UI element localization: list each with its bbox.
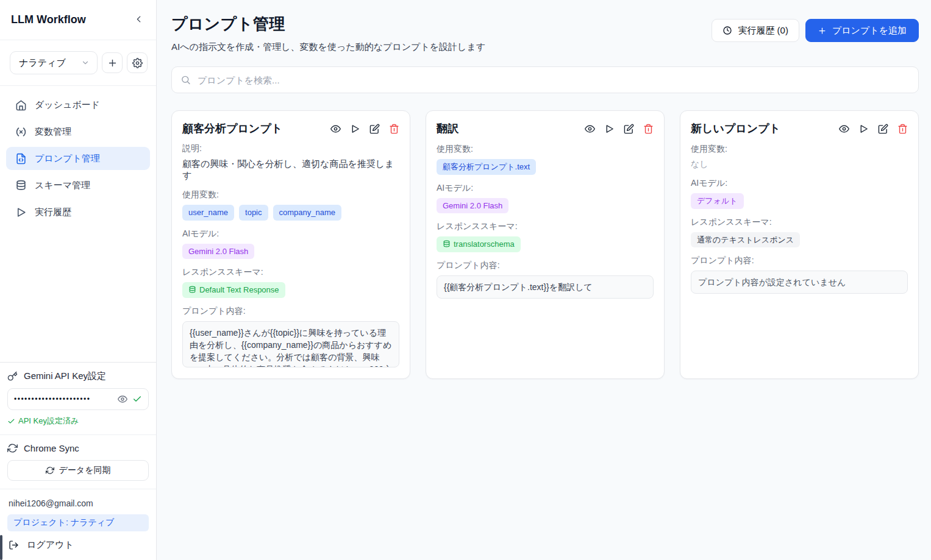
sidebar-item-history[interactable]: 実行履歴 [6,200,150,224]
model-badge: デフォルト [691,193,744,209]
sidebar-item-dashboard[interactable]: ダッシュボード [6,93,150,116]
plus-icon [818,26,827,35]
card-actions [330,124,399,134]
sidebar: LLM Workflow ナラティブ ダッシュボード [0,0,157,560]
description-label: 説明: [182,143,399,154]
play-icon [858,124,869,134]
page-title: プロンプト管理 [171,13,485,35]
play-icon [15,207,27,218]
sidebar-item-label: ダッシュボード [35,99,100,111]
play-icon [350,124,360,134]
page-header-text: プロンプト管理 AIへの指示文を作成・管理し、変数を使った動的なプロンプトを設計… [171,13,485,53]
add-prompt-button[interactable]: プロンプトを追加 [805,19,919,42]
search-bar [171,66,919,93]
play-icon [604,124,615,134]
model-label: AIモデル: [182,229,399,239]
view-prompt-button[interactable] [585,124,595,134]
variable-badge: company_name [273,205,342,221]
scrollbar-thumb[interactable] [0,535,2,560]
database-icon [443,240,451,248]
eye-icon [839,124,849,134]
run-prompt-button[interactable] [350,124,360,134]
logout-button[interactable]: ログアウト [7,538,149,552]
description-text: 顧客の興味・関心を分析し、適切な商品を推奨します [182,158,399,182]
sidebar-item-variables[interactable]: 変数管理 [6,120,150,143]
home-icon [15,99,27,111]
app-root: LLM Workflow ナラティブ ダッシュボード [0,0,931,560]
account-section: nihei1206@gmail.com プロジェクト: ナラティブ ログアウト [0,489,156,560]
database-icon [15,180,27,191]
edit-prompt-button[interactable] [878,124,888,134]
main-content: プロンプト管理 AIへの指示文を作成・管理し、変数を使った動的なプロンプトを設計… [157,0,931,560]
search-icon [180,75,191,85]
run-prompt-button[interactable] [604,124,615,134]
schema-label: レスポンススキーマ: [691,217,908,228]
add-project-button[interactable] [102,52,123,73]
prompt-content-box: {{user_name}}さんが{{topic}}に興味を持っている理由を分析し… [182,321,399,367]
view-prompt-button[interactable] [839,124,849,134]
sidebar-item-schemas[interactable]: スキーマ管理 [6,174,150,197]
gear-icon [132,58,143,68]
model-row: デフォルト [691,193,908,209]
refresh-icon [7,443,18,453]
app-title: LLM Workflow [11,13,86,26]
edit-prompt-button[interactable] [624,124,634,134]
page-subtitle: AIへの指示文を作成・管理し、変数を使った動的なプロンプトを設計します [171,41,485,53]
eye-icon[interactable] [118,394,127,404]
chevron-left-icon [135,15,144,24]
variable-icon [15,126,27,138]
history-button[interactable]: 実行履歴 (0) [712,19,799,42]
database-icon [188,286,196,294]
key-icon [7,371,18,381]
account-email: nihei1206@gmail.com [7,497,149,508]
edit-prompt-button[interactable] [369,124,380,134]
model-label: AIモデル: [691,178,908,189]
search-input[interactable] [171,66,919,93]
sidebar-item-prompts[interactable]: プロンプト管理 [6,147,150,170]
api-key-status: API Key設定済み [7,416,149,427]
schema-badge: translatorschema [437,236,521,252]
api-key-heading: Gemini API Key設定 [7,370,149,382]
prompt-doc-icon [15,153,27,165]
prompt-card: 翻訳 使用変数: 顧客分析プロンプト.text AIモデル: Gem [426,110,665,379]
chrome-sync-title: Chrome Sync [24,443,79,453]
project-settings-button[interactable] [127,52,148,73]
description-section: 説明: 顧客の興味・関心を分析し、適切な商品を推奨します [182,143,399,182]
model-badge: Gemini 2.0 Flash [437,198,508,214]
sidebar-collapse-button[interactable] [132,12,146,28]
view-prompt-button[interactable] [330,124,341,134]
chevron-down-icon [81,58,90,67]
schema-row: 通常のテキストレスポンス [691,232,908,248]
project-badge: プロジェクト: ナラティブ [7,514,149,531]
prompt-card: 顧客分析プロンプト 説明: 顧客の興味・関心を分析し、適切な商品を推奨します [171,110,410,379]
model-row: Gemini 2.0 Flash [437,198,654,214]
sidebar-item-label: スキーマ管理 [35,180,90,191]
delete-prompt-button[interactable] [897,124,908,134]
api-key-title: Gemini API Key設定 [24,370,106,382]
variable-badge: user_name [182,205,234,221]
variables-label: 使用変数: [182,190,399,200]
trash-icon [389,124,399,134]
chrome-sync-heading: Chrome Sync [7,443,149,453]
delete-prompt-button[interactable] [643,124,654,134]
api-key-section: Gemini API Key設定 API Key設定済み [0,363,156,434]
api-key-input[interactable] [14,395,113,403]
variables-label: 使用変数: [437,144,654,155]
card-actions [585,124,654,134]
project-controls: ナラティブ [0,40,156,86]
logout-icon [9,540,19,550]
project-select[interactable]: ナラティブ [10,51,98,74]
variables-empty-text: なし [691,159,708,170]
sidebar-header: LLM Workflow [0,0,156,40]
card-header: 顧客分析プロンプト [182,121,399,136]
trash-icon [643,124,654,134]
sidebar-nav: ダッシュボード 変数管理 プロンプト管理 スキーマ管理 実行履歴 [0,86,156,235]
run-prompt-button[interactable] [858,124,869,134]
page-header: プロンプト管理 AIへの指示文を作成・管理し、変数を使った動的なプロンプトを設計… [171,13,919,53]
schema-badge: 通常のテキストレスポンス [691,232,800,248]
sidebar-item-label: プロンプト管理 [35,153,100,165]
schema-row: translatorschema [437,236,654,252]
delete-prompt-button[interactable] [389,124,399,134]
clock-icon [722,26,732,35]
sync-data-button[interactable]: データを同期 [7,460,149,481]
